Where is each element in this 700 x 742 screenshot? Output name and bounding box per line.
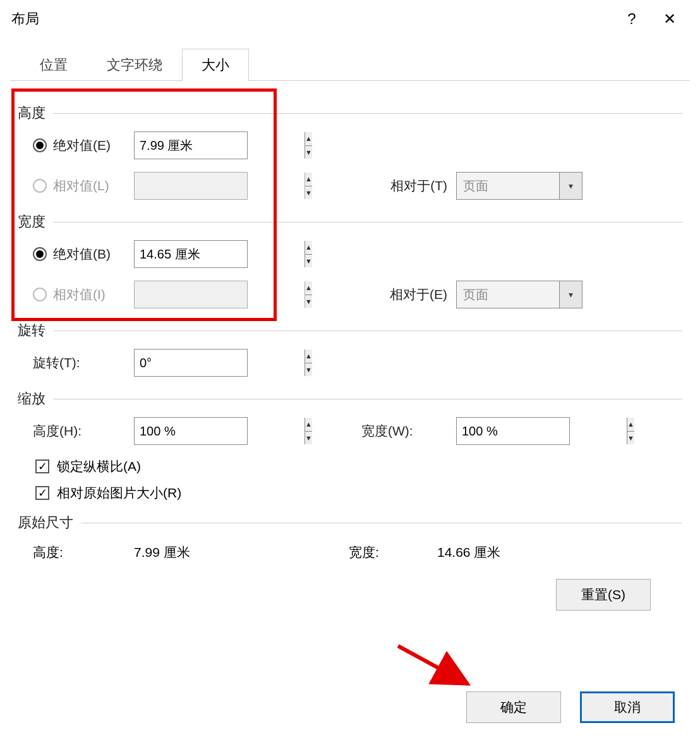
label-width-relative-to: 相对于(E): [361, 286, 456, 303]
combo-height-relative-to-value: 页面: [457, 173, 559, 199]
label-height-relative-to: 相对于(T): [361, 177, 456, 195]
radio-height-relative[interactable]: [33, 179, 47, 193]
chevron-down-icon: ▾: [559, 173, 582, 199]
section-height-label: 高度: [18, 104, 45, 123]
original-size-row: 高度: 7.99 厘米 宽度: 14.66 厘米: [18, 544, 682, 561]
tab-textwrap[interactable]: 文字环绕: [87, 49, 182, 81]
spin-rotation[interactable]: ▲▼: [134, 349, 248, 377]
section-original-label: 原始尺寸: [18, 513, 73, 532]
input-width-absolute[interactable]: [135, 241, 305, 267]
section-scale: 缩放: [18, 389, 682, 408]
label-width-absolute: 绝对值(B): [53, 245, 111, 263]
combo-height-relative-to: 页面 ▾: [456, 172, 582, 200]
radio-width-absolute[interactable]: [33, 247, 47, 261]
svg-line-0: [398, 646, 468, 684]
section-rotation: 旋转: [18, 321, 682, 340]
section-width-label: 宽度: [18, 212, 45, 231]
radio-height-absolute[interactable]: [33, 138, 47, 152]
spin-up-icon[interactable]: ▲: [305, 350, 312, 363]
tabs: 位置 文字环绕 大小: [10, 48, 690, 81]
input-scale-height[interactable]: [135, 418, 305, 444]
spin-height-relative: ▲▼: [134, 172, 248, 200]
label-original-width: 宽度:: [349, 544, 437, 561]
spin-down-icon[interactable]: ▼: [305, 363, 312, 377]
cancel-button[interactable]: 取消: [580, 691, 675, 723]
input-height-relative: [135, 173, 305, 199]
ok-button[interactable]: 确定: [466, 691, 561, 723]
spin-scale-height[interactable]: ▲▼: [134, 417, 248, 445]
tab-position[interactable]: 位置: [20, 49, 87, 81]
titlebar: 布局 ? ✕: [0, 0, 700, 38]
spin-scale-width[interactable]: ▲▼: [456, 417, 570, 445]
spin-down-icon[interactable]: ▼: [305, 255, 312, 268]
input-rotation[interactable]: [135, 350, 305, 376]
label-relative-original: 相对原始图片大小(R): [57, 484, 181, 502]
input-width-relative: [135, 281, 305, 308]
checkbox-lock-aspect[interactable]: [35, 459, 49, 473]
spin-up-icon: ▲: [305, 281, 312, 295]
combo-width-relative-to: 页面 ▾: [456, 281, 582, 308]
spin-width-relative: ▲▼: [134, 281, 248, 308]
label-scale-width: 宽度(W):: [361, 422, 456, 440]
close-button[interactable]: ✕: [651, 0, 689, 38]
value-original-height: 7.99 厘米: [134, 544, 349, 561]
spin-width-absolute[interactable]: ▲▼: [134, 240, 248, 268]
spin-up-icon[interactable]: ▲: [305, 418, 312, 432]
label-original-height: 高度:: [33, 544, 134, 561]
input-height-absolute[interactable]: [135, 132, 305, 159]
spin-up-icon[interactable]: ▲: [627, 418, 634, 432]
chevron-down-icon: ▾: [559, 281, 582, 308]
checkbox-relative-original[interactable]: [35, 486, 49, 500]
spin-down-icon[interactable]: ▼: [305, 432, 312, 445]
label-height-absolute: 绝对值(E): [53, 137, 111, 154]
section-original: 原始尺寸: [18, 513, 682, 532]
label-scale-height: 高度(H):: [33, 422, 81, 440]
spin-down-icon[interactable]: ▼: [305, 146, 312, 159]
spin-up-icon: ▲: [305, 173, 312, 186]
label-height-relative: 相对值(L): [53, 177, 109, 195]
label-width-relative: 相对值(I): [53, 286, 106, 303]
label-lock-aspect: 锁定纵横比(A): [57, 458, 141, 475]
spin-down-icon[interactable]: ▼: [627, 432, 634, 445]
section-height: 高度: [18, 104, 682, 123]
spin-up-icon[interactable]: ▲: [305, 241, 312, 255]
value-original-width: 14.66 厘米: [437, 544, 500, 561]
spin-height-absolute[interactable]: ▲ ▼: [134, 131, 248, 159]
label-rotation: 旋转(T):: [33, 354, 80, 372]
input-scale-width[interactable]: [457, 418, 627, 444]
spin-down-icon: ▼: [305, 186, 312, 200]
section-scale-label: 缩放: [18, 389, 45, 408]
section-width: 宽度: [18, 212, 682, 231]
section-rotation-label: 旋转: [18, 321, 45, 340]
spin-up-icon[interactable]: ▲: [305, 132, 312, 146]
spin-down-icon: ▼: [305, 295, 312, 308]
radio-width-relative[interactable]: [33, 288, 47, 301]
tab-size[interactable]: 大小: [182, 49, 249, 81]
reset-button[interactable]: 重置(S): [556, 579, 651, 611]
combo-width-relative-to-value: 页面: [457, 281, 559, 308]
annotation-arrow-icon: [392, 640, 480, 696]
dialog-title: 布局: [11, 9, 613, 28]
help-button[interactable]: ?: [613, 0, 651, 38]
